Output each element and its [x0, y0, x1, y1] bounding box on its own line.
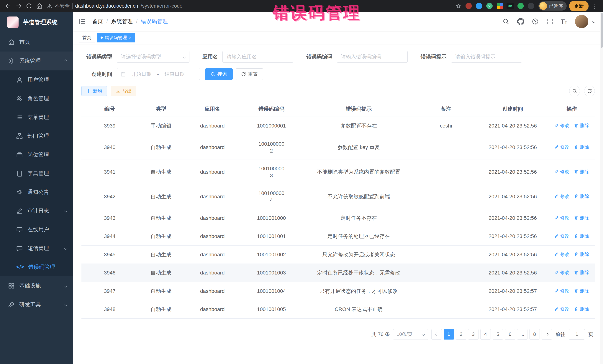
- app-name-input[interactable]: [226, 54, 290, 60]
- edit-link[interactable]: 修改: [554, 122, 569, 129]
- previous-page-button[interactable]: [431, 329, 442, 340]
- sidebar-item-post-management[interactable]: 岗位管理: [0, 145, 73, 164]
- sidebar-item-audit-log[interactable]: 审计日志: [0, 201, 73, 220]
- delete-link[interactable]: 删除: [574, 306, 589, 312]
- refresh-table-button[interactable]: [584, 86, 595, 96]
- next-page-button[interactable]: [542, 329, 552, 340]
- font-size-icon[interactable]: TT: [561, 18, 567, 25]
- sidebar-item-department-management[interactable]: 部门管理: [0, 127, 73, 145]
- reset-button[interactable]: 重置: [236, 68, 263, 80]
- edit-link[interactable]: 修改: [554, 306, 569, 312]
- extension-icon-grid[interactable]: [496, 2, 504, 10]
- page-button[interactable]: 4: [480, 329, 491, 340]
- cell-type: 自动生成: [138, 264, 184, 282]
- address-bar[interactable]: 不安全 dashboard.yudao.iocoder.cn/system/er…: [47, 3, 461, 9]
- sidebar-item-notice[interactable]: 通知公告: [0, 183, 73, 201]
- edit-link[interactable]: 修改: [554, 269, 569, 276]
- fullscreen-icon[interactable]: [546, 18, 553, 25]
- edit-link[interactable]: 修改: [554, 251, 569, 258]
- edit-link[interactable]: 修改: [554, 214, 569, 221]
- error-code-field[interactable]: [337, 51, 408, 63]
- add-button[interactable]: 新增: [81, 86, 107, 96]
- browser-back-button[interactable]: [3, 1, 13, 11]
- app-name-field[interactable]: [222, 51, 293, 63]
- date-range-picker[interactable]: -: [117, 68, 200, 80]
- delete-link[interactable]: 删除: [574, 168, 589, 175]
- page-button[interactable]: 5: [493, 329, 503, 340]
- breadcrumb-home[interactable]: 首页: [92, 18, 103, 25]
- sidebar-item-sms-management[interactable]: 短信管理: [0, 239, 73, 258]
- extension-icon-green[interactable]: [517, 2, 524, 10]
- tab-home[interactable]: 首页: [79, 33, 95, 43]
- error-code-input[interactable]: [341, 54, 404, 60]
- browser-home-button[interactable]: [35, 1, 44, 11]
- browser-refresh-button[interactable]: [24, 1, 34, 11]
- end-date-input[interactable]: [161, 71, 188, 77]
- browser-forward-button[interactable]: [14, 1, 23, 11]
- help-icon[interactable]: [532, 18, 539, 25]
- edit-link[interactable]: 修改: [554, 232, 569, 240]
- error-type-select-input[interactable]: [121, 54, 181, 60]
- extension-icon-dark[interactable]: [527, 2, 535, 10]
- delete-link[interactable]: 删除: [574, 144, 589, 151]
- extension-icon-blue[interactable]: [475, 2, 483, 10]
- page-unit-label: 页: [588, 331, 593, 338]
- sidebar-item-menu-management[interactable]: 菜单管理: [0, 108, 73, 127]
- start-date-input[interactable]: [128, 71, 155, 77]
- sidebar-item-role-management[interactable]: 角色管理: [0, 89, 73, 108]
- edit-link[interactable]: 修改: [554, 168, 569, 175]
- cell-type: 自动生成: [138, 227, 184, 246]
- goto-page-input[interactable]: [569, 329, 585, 340]
- page-button[interactable]: 3: [468, 329, 478, 340]
- page-button[interactable]: 2: [456, 329, 466, 340]
- sidebar-item-infrastructure[interactable]: 基础设施: [0, 276, 73, 295]
- export-button[interactable]: 导出: [111, 86, 136, 96]
- sidebar-item-dict-management[interactable]: 字典管理: [0, 164, 73, 183]
- sidebar-item-dev-tools[interactable]: 研发工具: [0, 295, 73, 314]
- scrollbar[interactable]: [600, 12, 603, 364]
- delete-link[interactable]: 删除: [574, 269, 589, 276]
- chevron-down-icon[interactable]: [592, 20, 595, 23]
- delete-link[interactable]: 删除: [574, 251, 589, 258]
- delete-link[interactable]: 删除: [574, 214, 589, 221]
- toggle-search-button[interactable]: [569, 86, 580, 96]
- user-avatar[interactable]: [575, 15, 588, 28]
- close-icon[interactable]: ×: [129, 35, 131, 40]
- extension-icon-switch-on[interactable]: on: [506, 2, 514, 10]
- delete-link[interactable]: 删除: [574, 122, 589, 129]
- delete-link[interactable]: 删除: [574, 193, 589, 200]
- sidebar-item-user-management[interactable]: 用户管理: [0, 70, 73, 89]
- bookmark-star-icon[interactable]: [456, 3, 461, 9]
- github-icon[interactable]: [517, 18, 524, 25]
- sidebar-item-error-code-management[interactable]: </> 错误码管理: [0, 258, 73, 276]
- page-button[interactable]: ...: [517, 329, 527, 340]
- extension-icon-red[interactable]: [465, 2, 473, 10]
- breadcrumb-section[interactable]: 系统管理: [111, 18, 133, 25]
- sidebar: 芋道管理系统 首页 系统管理 用户管理 角色管理: [0, 12, 73, 364]
- page-button[interactable]: 8: [529, 329, 540, 340]
- cell-remark: [415, 160, 477, 184]
- hamburger-menu-icon[interactable]: [79, 18, 86, 25]
- sidebar-item-home[interactable]: 首页: [0, 33, 73, 52]
- search-icon[interactable]: [503, 18, 509, 25]
- edit-link[interactable]: 修改: [554, 193, 569, 200]
- tab-error-code-management[interactable]: 错误码管理 ×: [97, 33, 135, 43]
- search-button[interactable]: 搜索: [205, 68, 233, 80]
- browser-profile-chip[interactable]: 已暂停: [538, 1, 567, 11]
- sidebar-item-online-users[interactable]: 在线用户: [0, 220, 73, 239]
- edit-link[interactable]: 修改: [554, 287, 569, 294]
- error-message-field[interactable]: [451, 51, 522, 63]
- edit-link[interactable]: 修改: [554, 144, 569, 151]
- extension-icon-vue-devtools[interactable]: V: [486, 2, 493, 10]
- error-type-select[interactable]: [117, 51, 189, 63]
- error-message-input[interactable]: [455, 54, 518, 60]
- page-button[interactable]: 6: [505, 329, 515, 340]
- page-size-select[interactable]: 10条/页: [393, 329, 428, 340]
- sidebar-item-system-management[interactable]: 系统管理: [0, 52, 73, 70]
- page-button[interactable]: 1: [444, 329, 454, 340]
- scrollbar-thumb[interactable]: [601, 13, 603, 48]
- browser-menu-icon[interactable]: ⋮: [589, 2, 600, 10]
- delete-link[interactable]: 删除: [574, 287, 589, 294]
- browser-update-button[interactable]: 更新: [569, 1, 589, 11]
- delete-link[interactable]: 删除: [574, 232, 589, 240]
